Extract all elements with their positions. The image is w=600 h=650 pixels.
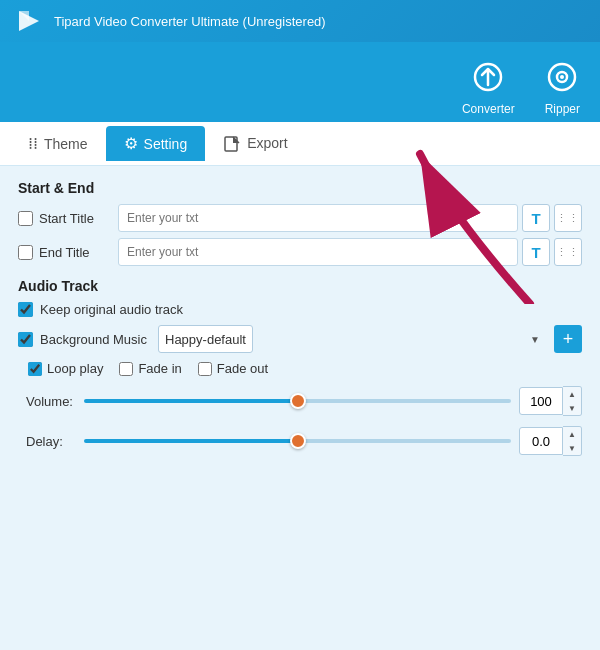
end-title-input[interactable]	[118, 238, 518, 266]
nav-ripper[interactable]: Ripper	[545, 61, 580, 122]
grid-icon-2: ⋮⋮	[556, 246, 580, 259]
start-title-checkbox[interactable]	[18, 211, 33, 226]
start-title-row: Start Title T ⋮⋮	[18, 204, 582, 232]
svg-point-5	[560, 75, 564, 79]
delay-slider[interactable]	[84, 439, 511, 443]
delay-down-btn[interactable]: ▼	[563, 441, 581, 455]
add-music-button[interactable]: +	[554, 325, 582, 353]
volume-slider[interactable]	[84, 399, 511, 403]
delay-spin-btns: ▲ ▼	[563, 426, 582, 456]
delay-num-wrap: ▲ ▼	[519, 426, 582, 456]
end-title-label[interactable]: End Title	[18, 245, 118, 260]
keep-original-row: Keep original audio track	[18, 302, 582, 317]
background-music-checkbox[interactable]	[18, 332, 33, 347]
fade-out-checkbox[interactable]	[198, 362, 212, 376]
volume-label: Volume:	[26, 394, 84, 409]
start-title-input[interactable]	[118, 204, 518, 232]
volume-row: Volume: ▲ ▼	[26, 386, 582, 416]
delay-slider-wrap	[84, 431, 511, 451]
delay-label: Delay:	[26, 434, 84, 449]
loop-play-label[interactable]: Loop play	[28, 361, 103, 376]
playback-options-row: Loop play Fade in Fade out	[28, 361, 582, 376]
fade-out-label[interactable]: Fade out	[198, 361, 268, 376]
app-title: Tipard Video Converter Ultimate (Unregis…	[54, 14, 326, 29]
volume-input[interactable]	[519, 387, 563, 415]
theme-icon: ⁞⁞	[28, 134, 38, 153]
keep-original-checkbox[interactable]	[18, 302, 33, 317]
keep-original-label[interactable]: Keep original audio track	[18, 302, 183, 317]
tab-export[interactable]: Export	[205, 126, 305, 161]
music-select[interactable]: Happy-default Calm Energetic Romantic No…	[158, 325, 253, 353]
add-icon: +	[563, 329, 574, 350]
delay-input[interactable]	[519, 427, 563, 455]
app-header: Tipard Video Converter Ultimate (Unregis…	[0, 0, 600, 42]
loop-play-checkbox[interactable]	[28, 362, 42, 376]
background-music-label[interactable]: Background Music	[18, 332, 158, 347]
setting-icon: ⚙	[124, 134, 138, 153]
text-format-icon: T	[531, 210, 540, 227]
audio-track-title: Audio Track	[18, 278, 582, 294]
volume-down-btn[interactable]: ▼	[563, 401, 581, 415]
delay-row: Delay: ▲ ▼	[26, 426, 582, 456]
background-music-row: Background Music Happy-default Calm Ener…	[18, 325, 582, 353]
start-title-label[interactable]: Start Title	[18, 211, 118, 226]
settings-content: Start & End Start Title T ⋮⋮ End Title T…	[0, 166, 600, 480]
audio-track-section: Audio Track Keep original audio track Ba…	[18, 278, 582, 456]
fade-in-label[interactable]: Fade in	[119, 361, 181, 376]
start-title-grid-btn[interactable]: ⋮⋮	[554, 204, 582, 232]
converter-icon	[472, 61, 504, 100]
end-title-grid-btn[interactable]: ⋮⋮	[554, 238, 582, 266]
end-title-text-format-btn[interactable]: T	[522, 238, 550, 266]
converter-label: Converter	[462, 102, 515, 116]
tab-bar: ⁞⁞ Theme ⚙ Setting Export	[0, 122, 600, 166]
end-title-row: End Title T ⋮⋮	[18, 238, 582, 266]
tab-theme-label: Theme	[44, 136, 88, 152]
volume-up-btn[interactable]: ▲	[563, 387, 581, 401]
end-title-checkbox[interactable]	[18, 245, 33, 260]
music-select-wrapper: Happy-default Calm Energetic Romantic No…	[158, 325, 548, 353]
start-title-text-format-btn[interactable]: T	[522, 204, 550, 232]
grid-icon: ⋮⋮	[556, 212, 580, 225]
nav-converter[interactable]: Converter	[462, 61, 515, 122]
tab-setting[interactable]: ⚙ Setting	[106, 126, 206, 161]
app-logo	[14, 6, 44, 36]
ripper-icon	[546, 61, 578, 100]
start-end-title: Start & End	[18, 180, 582, 196]
tab-setting-label: Setting	[144, 136, 188, 152]
volume-spin-btns: ▲ ▼	[563, 386, 582, 416]
nav-bar: Converter Ripper	[0, 42, 600, 122]
text-format-icon-2: T	[531, 244, 540, 261]
ripper-label: Ripper	[545, 102, 580, 116]
volume-slider-wrap	[84, 391, 511, 411]
volume-num-wrap: ▲ ▼	[519, 386, 582, 416]
export-icon	[223, 134, 241, 153]
tab-export-label: Export	[247, 135, 287, 151]
delay-up-btn[interactable]: ▲	[563, 427, 581, 441]
tab-theme[interactable]: ⁞⁞ Theme	[10, 126, 106, 161]
fade-in-checkbox[interactable]	[119, 362, 133, 376]
